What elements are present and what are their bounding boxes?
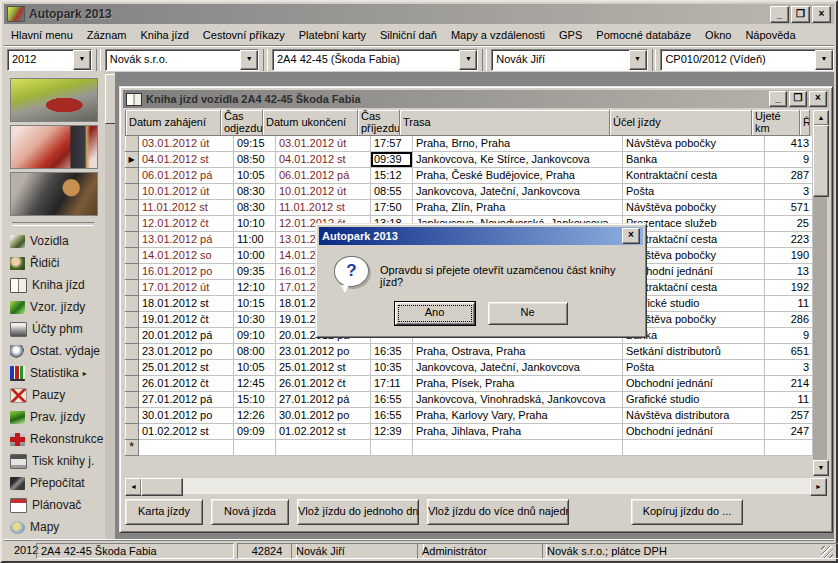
sidebar-item-vozidla[interactable]: Vozidla [10,230,102,252]
cell-route[interactable]: Praha, Karlovy Vary, Praha [413,408,623,424]
cell-start_date[interactable]: 11.01.2012 st [139,200,234,216]
column-header-datum-ukonceni[interactable]: Datum ukončení [263,110,358,136]
cell-dep_time[interactable]: 08:50 [234,152,276,168]
row-selector[interactable] [125,328,139,344]
combo-year-value[interactable]: 2012 [8,50,73,70]
cell-start_date[interactable]: 26.01.2012 čt [139,376,234,392]
chevron-down-icon[interactable]: ▼ [629,50,647,70]
cell-km[interactable]: 571 [765,200,813,216]
sidebar-item-planovac[interactable]: Plánovač [10,494,102,516]
row-selector[interactable]: ▶ [125,152,139,168]
cell-empty[interactable] [623,440,765,456]
action-button-vloz-jizdu-do-vice-dnu-najednou[interactable]: Vlož jízdu do více dnů najednou [427,499,569,525]
row-selector[interactable] [125,392,139,408]
sidebar-item-rekonstrukce[interactable]: Rekonstrukce [10,428,102,450]
row-selector[interactable] [125,200,139,216]
new-record-row[interactable]: * [125,440,818,456]
column-header-cas-prijezdu[interactable]: Čas příjezdu [358,110,400,136]
child-maximize-button[interactable]: ❐ [789,91,807,107]
row-selector[interactable] [125,264,139,280]
cell-start_date[interactable]: 27.01.2012 pá [139,392,234,408]
cell-km[interactable]: 257 [765,408,813,424]
combo-vehicle-value[interactable]: 2A4 42-45 (Škoda Fabia) [273,50,459,70]
vertical-scrollbar[interactable]: ▲ ▼ [813,110,827,474]
table-row[interactable]: 25.01.2012 st10:0525.01.2012 st10:35Jank… [125,360,818,376]
cell-start_date[interactable]: 01.02.2012 st [139,424,234,440]
cell-route[interactable]: Praha, Zlín, Praha [413,200,623,216]
combo-year[interactable]: 2012▼ [7,49,92,71]
cell-km[interactable]: 214 [765,376,813,392]
cell-purpose[interactable]: Návštěva pobočky [623,200,765,216]
row-selector[interactable] [125,168,139,184]
cell-km[interactable]: 9 [765,152,813,168]
dialog-close-button[interactable]: × [622,228,640,244]
cell-empty[interactable] [765,440,813,456]
cell-dep_time[interactable]: 10:15 [234,296,276,312]
chevron-down-icon[interactable]: ▼ [73,50,91,70]
cell-end_date[interactable]: 10.01.2012 út [276,184,371,200]
menu-item-okno[interactable]: Okno [698,27,738,43]
row-selector[interactable] [125,232,139,248]
minimize-button[interactable]: _ [770,6,789,23]
cell-route[interactable]: Jankovcova, Jateční, Jankovcova [413,360,623,376]
cell-dep_time[interactable]: 09:09 [234,424,276,440]
cell-start_date[interactable]: 25.01.2012 st [139,360,234,376]
table-row[interactable]: 23.01.2012 po08:0023.01.2012 po16:35Prah… [125,344,818,360]
table-row[interactable]: 10.01.2012 út08:3010.01.2012 út08:55Jank… [125,184,818,200]
column-header-datum-zahajeni[interactable]: Datum zahájení [126,110,221,136]
cell-dep_time[interactable]: 08:30 [234,184,276,200]
cell-end_date[interactable]: 30.01.2012 po [276,408,371,424]
row-selector[interactable] [125,376,139,392]
cell-arr_time[interactable]: 16:55 [371,392,413,408]
cell-dep_time[interactable]: 09:10 [234,328,276,344]
sidebar-item-ridici[interactable]: Řidiči [10,252,102,274]
cell-dep_time[interactable]: 10:30 [234,312,276,328]
maximize-button[interactable]: ❐ [791,6,810,23]
cell-km[interactable]: 413 [765,136,813,152]
cell-dep_time[interactable]: 09:35 [234,264,276,280]
table-row[interactable]: 11.01.2012 st08:3011.01.2012 st17:50Prah… [125,200,818,216]
table-row[interactable]: 26.01.2012 čt12:4526.01.2012 čt17:11Prah… [125,376,818,392]
row-selector[interactable] [125,248,139,264]
action-button-vloz-jizdu-do-jednoho-dne[interactable]: Vlož jízdu do jednoho dne [297,499,419,525]
cell-dep_time[interactable]: 09:15 [234,136,276,152]
cell-empty[interactable] [139,440,234,456]
cell-route[interactable]: Jankovcova, Vinohradská, Jankovcova [413,392,623,408]
new-record-marker[interactable]: * [125,440,139,456]
cell-route[interactable]: Praha, Jihlava, Praha [413,424,623,440]
cell-dep_time[interactable]: 12:45 [234,376,276,392]
cell-route[interactable]: Praha, Brno, Praha [413,136,623,152]
scroll-left-icon[interactable]: ◄ [125,478,142,496]
cell-km[interactable]: 223 [765,232,813,248]
combo-driver[interactable]: Novák Jiří▼ [491,49,647,71]
column-header-ucel-jizdy[interactable]: Účel jízdy [610,110,752,136]
cell-start_date[interactable]: 20.01.2012 pá [139,328,234,344]
sidebar-item-tisk-knihy-j[interactable]: Tisk knihy j. [10,450,102,472]
cell-route[interactable]: Praha, Ostrava, Praha [413,344,623,360]
combo-company[interactable]: Novák s.r.o.▼ [105,49,259,71]
ano-button[interactable]: Ano [395,302,475,325]
table-row[interactable]: 03.01.2012 út09:1503.01.2012 út17:57Prah… [125,136,818,152]
combo-vehicle[interactable]: 2A4 42-45 (Škoda Fabia)▼ [272,49,478,71]
combo-trip-order-value[interactable]: CP010/2012 (Vídeň) [661,50,815,70]
cell-route[interactable]: Jankovcova, Jateční, Jankovcova [413,184,623,200]
child-minimize-button[interactable]: _ [769,91,787,107]
cell-purpose[interactable]: Návštěva pobočky [623,136,765,152]
cell-dep_time[interactable]: 10:05 [234,168,276,184]
sidebar-item-mapy[interactable]: Mapy [10,516,102,538]
cell-end_date[interactable]: 03.01.2012 út [276,136,371,152]
column-header-trasa[interactable]: Trasa [400,110,610,136]
cell-end_date[interactable]: 27.01.2012 pá [276,392,371,408]
cell-km[interactable]: 11 [765,296,813,312]
cell-arr_time[interactable]: 16:35 [371,344,413,360]
cell-km[interactable]: 9 [765,328,813,344]
horizontal-scrollbar[interactable]: ◄ ► [125,478,827,494]
cell-dep_time[interactable]: 15:10 [234,392,276,408]
action-button-kopiruj-jizdu-do[interactable]: Kopíruj jízdu do ... [631,499,743,525]
menu-item-gps[interactable]: GPS [552,27,589,43]
row-selector[interactable] [125,408,139,424]
vertical-scrollbar-thumb[interactable] [813,125,829,197]
row-selector[interactable] [125,136,139,152]
cell-end_date[interactable]: 06.01.2012 pá [276,168,371,184]
table-row[interactable]: ▶04.01.2012 st08:5004.01.2012 st09:39Jan… [125,152,818,168]
